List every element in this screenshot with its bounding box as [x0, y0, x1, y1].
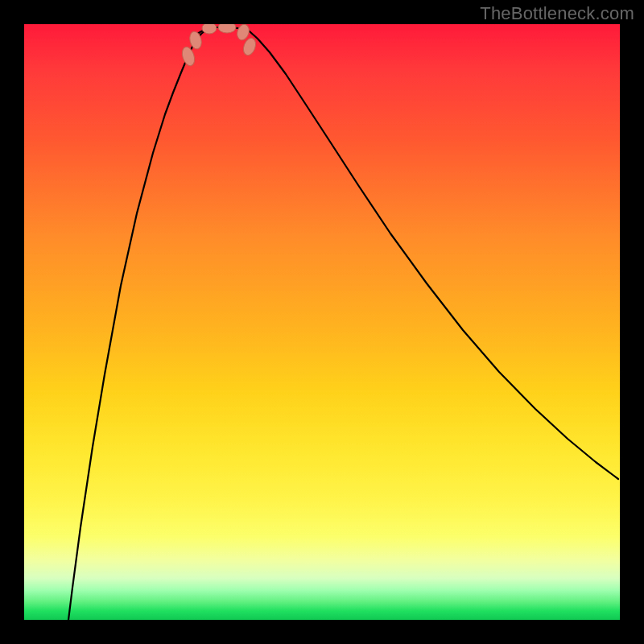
marker-group	[180, 24, 258, 68]
curve-left-curve	[68, 27, 213, 620]
curve-right-curve	[242, 27, 618, 479]
plot-area	[24, 24, 620, 620]
data-marker-2	[202, 24, 217, 34]
chart-frame: TheBottleneck.com	[0, 0, 644, 644]
watermark-text: TheBottleneck.com	[480, 3, 634, 24]
data-marker-3	[218, 24, 236, 33]
data-marker-0	[180, 45, 197, 67]
chart-svg	[24, 24, 620, 620]
curve-group	[68, 27, 618, 620]
